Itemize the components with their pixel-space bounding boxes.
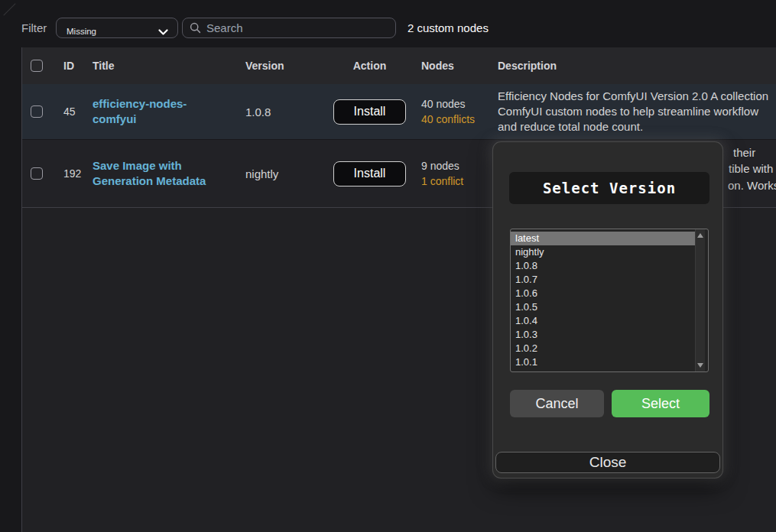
description-line: ComfyUI custom nodes to help streamline … [498, 104, 768, 119]
search-input[interactable] [206, 21, 382, 34]
header-title: Title [85, 47, 238, 84]
row-checkbox[interactable] [31, 105, 43, 118]
row-action-cell: Install [326, 84, 414, 139]
row-id: 45 [56, 84, 85, 139]
header-id: ID [56, 47, 85, 84]
header-description: Description [490, 47, 776, 84]
version-option[interactable]: 1.0.4 [511, 314, 696, 328]
row-title-cell: efficiency-nodes-comfyui [85, 84, 238, 139]
row-version: nightly [238, 140, 326, 207]
conflicts-count: 40 conflicts [421, 112, 475, 127]
row-checkbox-cell [22, 140, 56, 207]
row-id: 192 [56, 140, 85, 207]
toolbar: Filter Missing 2 custom nodes [0, 0, 776, 47]
version-listbox: latest nightly 1.0.8 1.0.7 1.0.6 1.0.5 1… [510, 229, 709, 372]
install-button[interactable]: Install [333, 99, 406, 125]
filter-selected-value: Missing [67, 27, 96, 36]
title-line: Save Image with [93, 159, 182, 172]
header-nodes: Nodes [414, 47, 490, 84]
select-all-checkbox[interactable] [31, 60, 43, 72]
version-option[interactable]: 1.0.5 [511, 300, 696, 314]
row-description: Efficiency Nodes for ComfyUI Version 2.0… [490, 84, 776, 139]
chevron-down-icon [158, 25, 168, 39]
dialog-title: Select Version [509, 172, 709, 204]
description-fragment: on. Works [728, 179, 776, 192]
cancel-button[interactable]: Cancel [510, 390, 604, 417]
scroll-up-icon[interactable] [697, 233, 703, 238]
description-fragment: tible with [729, 162, 773, 175]
row-checkbox[interactable] [31, 167, 43, 180]
description-line: and reduce total node count. [498, 119, 768, 135]
version-option[interactable]: 1.0.6 [511, 287, 696, 300]
version-option[interactable]: 1.0.2 [511, 342, 696, 355]
conflicts-count: 1 conflict [421, 174, 463, 189]
row-title-cell: Save Image with Generation Metadata [85, 140, 238, 207]
select-version-dialog: Select Version latest nightly 1.0.8 1.0.… [493, 142, 722, 478]
table-header-row: ID Title Version Action Nodes Descriptio… [22, 47, 776, 84]
row-nodes-cell: 9 nodes 1 conflict [414, 140, 490, 207]
header-checkbox-cell [22, 47, 56, 84]
version-option[interactable]: 1.0.1 [511, 355, 696, 369]
description-line: Efficiency Nodes for ComfyUI Version 2.0… [498, 89, 768, 104]
nodes-count: 40 nodes [421, 96, 475, 112]
version-option[interactable]: nightly [511, 245, 696, 259]
version-option-selected[interactable]: latest [511, 232, 696, 245]
title-line: Generation Metadata [93, 174, 206, 187]
close-button[interactable]: Close [495, 452, 720, 473]
install-button[interactable]: Install [333, 161, 406, 187]
node-title-link[interactable]: efficiency-nodes-comfyui [93, 96, 230, 127]
search-box [182, 18, 396, 38]
header-action: Action [326, 47, 414, 84]
version-option[interactable]: 1.0.3 [511, 328, 696, 342]
nodes-count: 9 nodes [421, 158, 463, 174]
search-icon [190, 22, 201, 34]
row-nodes-cell: 40 nodes 40 conflicts [414, 84, 490, 139]
select-button[interactable]: Select [612, 390, 709, 417]
node-title-link[interactable]: Save Image with Generation Metadata [93, 158, 206, 189]
filter-label: Filter [21, 21, 47, 34]
window-corner-decoration [0, 0, 16, 16]
filter-dropdown[interactable]: Missing [56, 18, 178, 38]
header-version: Version [238, 47, 326, 84]
listbox-scrollbar[interactable] [695, 229, 705, 371]
row-action-cell: Install [326, 140, 414, 207]
scroll-down-icon[interactable] [697, 363, 703, 368]
version-option[interactable]: 1.0.7 [511, 273, 696, 287]
custom-nodes-count: 2 custom nodes [407, 21, 489, 34]
row-checkbox-cell [22, 84, 56, 139]
table-row: 45 efficiency-nodes-comfyui 1.0.8 Instal… [22, 84, 776, 139]
row-version: 1.0.8 [238, 84, 326, 139]
description-fragment: their [733, 146, 755, 159]
version-option[interactable]: 1.0.8 [511, 259, 696, 273]
